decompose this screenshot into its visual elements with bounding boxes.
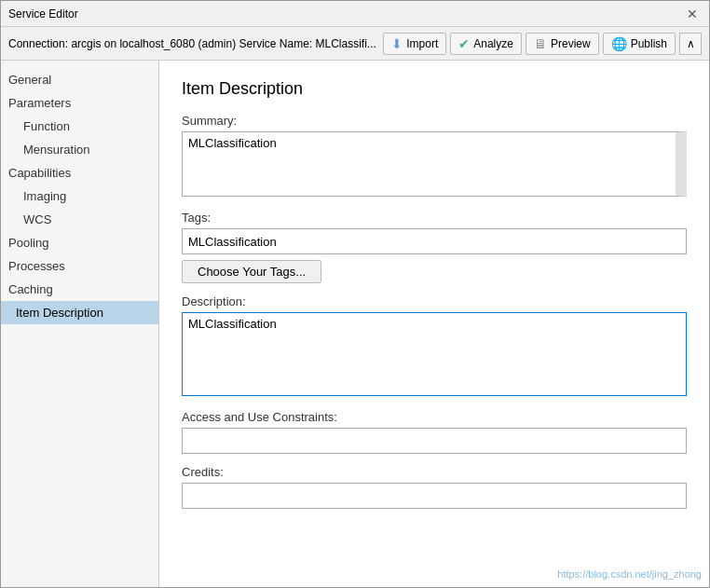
sidebar-item-general[interactable]: General [1,68,158,91]
description-label: Description: [182,294,687,308]
summary-label: Summary: [182,114,687,128]
tags-input[interactable] [182,228,687,254]
sidebar-item-processes[interactable]: Processes [1,254,158,278]
credits-input[interactable] [182,483,687,509]
toolbar: Connection: arcgis on localhost_6080 (ad… [1,27,709,61]
credits-label: Credits: [182,465,687,479]
analyze-icon: ✔ [458,36,470,51]
summary-textarea[interactable] [182,131,687,197]
preview-icon: 🖥 [534,36,547,51]
preview-label: Preview [551,37,591,50]
content-title: Item Description [182,79,687,99]
description-textarea[interactable] [182,312,687,396]
service-editor-window: Service Editor ✕ Connection: arcgis on l… [0,0,710,588]
window-title: Service Editor [8,7,78,21]
sidebar-item-item-description[interactable]: Item Description [1,301,158,324]
publish-button[interactable]: 🌐 Publish [603,33,676,55]
import-icon: ⬇ [391,36,403,51]
main-content: General Parameters Function Mensuration … [1,61,709,587]
content-area: Item Description Summary: Tags: Choose Y… [159,61,709,587]
import-label: Import [406,37,438,50]
connection-info: Connection: arcgis on localhost_6080 (ad… [8,37,379,50]
sidebar-item-caching[interactable]: Caching [1,278,158,301]
sidebar-item-function[interactable]: Function [1,115,158,138]
analyze-label: Analyze [473,37,513,50]
publish-label: Publish [631,37,667,50]
sidebar-item-wcs[interactable]: WCS [1,208,158,231]
sidebar-item-imaging[interactable]: Imaging [1,185,158,208]
import-button[interactable]: ⬇ Import [383,33,446,55]
choose-tags-button[interactable]: Choose Your Tags... [182,260,321,283]
collapse-button[interactable]: ∧ [679,33,702,55]
watermark: https://blog.csdn.net/jing_zhong [557,568,702,580]
sidebar-item-mensuration[interactable]: Mensuration [1,138,158,161]
sidebar: General Parameters Function Mensuration … [1,61,159,587]
publish-icon: 🌐 [611,36,627,51]
tags-label: Tags: [182,211,687,225]
summary-wrapper [182,131,687,199]
preview-button[interactable]: 🖥 Preview [526,33,599,55]
analyze-button[interactable]: ✔ Analyze [450,33,522,55]
sidebar-item-parameters[interactable]: Parameters [1,91,158,115]
title-bar: Service Editor ✕ [1,1,709,27]
access-input[interactable] [182,428,687,454]
sidebar-item-capabilities[interactable]: Capabilities [1,161,158,185]
close-button[interactable]: ✕ [683,5,702,23]
sidebar-item-pooling[interactable]: Pooling [1,231,158,254]
access-label: Access and Use Constraints: [182,410,687,424]
